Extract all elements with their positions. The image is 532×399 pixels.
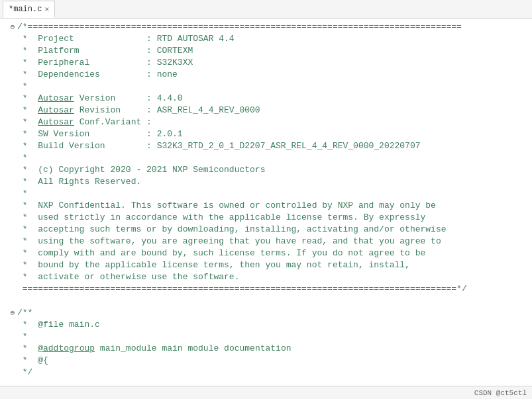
code-line: * accepting such terms or by downloading… (8, 224, 532, 236)
line-text: /*======================================… (17, 21, 462, 33)
code-area: ⊖/*=====================================… (0, 19, 532, 386)
code-line (8, 295, 532, 307)
code-line: * @{ (8, 355, 532, 367)
line-text: * All Rights Reserved. (17, 176, 141, 188)
line-text: * accepting such terms or by downloading… (17, 224, 447, 236)
main-tab[interactable]: *main.c ✕ (3, 1, 55, 18)
code-line: * NXP Confidential. This software is own… (8, 200, 532, 212)
code-line: * Project : RTD AUTOSAR 4.4 (8, 33, 532, 45)
line-text: * Peripheral : S32K3XX (17, 57, 193, 69)
line-text: * (17, 81, 28, 93)
code-line: ⊖/*=====================================… (8, 21, 532, 33)
code-line: * (8, 331, 532, 343)
code-line: * (8, 81, 532, 93)
line-text: * NXP Confidential. This software is own… (17, 200, 436, 212)
line-text: * @file main.c (17, 319, 100, 331)
line-text: */ (17, 367, 32, 378)
code-line: * used strictly in accordance with the a… (8, 212, 532, 224)
line-text: * (17, 152, 28, 164)
line-text: * activate or otherwise use the software… (17, 271, 239, 283)
line-text: * (17, 331, 28, 343)
line-text: /** (17, 307, 32, 319)
code-line: * All Rights Reserved. (8, 176, 532, 188)
line-text: * @{ (17, 355, 48, 367)
code-line: * using the software, you are agreeing t… (8, 236, 532, 247)
code-line: * @file main.c (8, 319, 532, 331)
code-line: ⊖/** (8, 307, 532, 319)
line-text: * used strictly in accordance with the a… (17, 212, 425, 224)
code-line: * (c) Copyright 2020 - 2021 NXP Semicond… (8, 164, 532, 176)
line-text: * using the software, you are agreeing t… (17, 236, 441, 247)
line-text: * Autosar Revision : ASR_REL_4_4_REV_000… (17, 105, 260, 116)
attribution-label: CSDN @ct5ctl (474, 389, 527, 397)
tab-title: *main.c (9, 5, 42, 14)
line-text: * bound by the applicable license terms,… (17, 259, 410, 271)
code-line: * SW Version : 2.0.1 (8, 128, 532, 140)
line-text: * Project : RTD AUTOSAR 4.4 (17, 33, 235, 45)
code-line: * activate or otherwise use the software… (8, 271, 532, 283)
code-line: * Dependencies : none (8, 69, 532, 81)
editor-container: *main.c ✕ ⊖/*===========================… (0, 0, 532, 399)
line-text: * (c) Copyright 2020 - 2021 NXP Semicond… (17, 164, 265, 176)
line-text: * Build Version : S32K3_RTD_2_0_1_D2207_… (17, 140, 421, 152)
code-line: * Peripheral : S32K3XX (8, 57, 532, 69)
line-text: * Autosar Version : 4.4.0 (17, 93, 183, 105)
code-line: */ (8, 367, 532, 378)
fold-gutter[interactable]: ⊖ (8, 307, 17, 319)
line-text: ========================================… (17, 283, 467, 295)
code-line: * Platform : CORTEXM (8, 45, 532, 57)
line-text: * @addtogroup main_module main module do… (17, 343, 292, 355)
code-line: * Autosar Revision : ASR_REL_4_4_REV_000… (8, 105, 532, 116)
line-text: * Platform : CORTEXM (17, 45, 193, 57)
tab-bar: *main.c ✕ (0, 0, 532, 19)
code-line: * (8, 188, 532, 200)
line-text: * SW Version : 2.0.1 (17, 128, 183, 140)
tab-close-button[interactable]: ✕ (44, 5, 49, 13)
code-content[interactable]: ⊖/*=====================================… (0, 19, 532, 386)
code-line: ========================================… (8, 283, 532, 295)
line-text: * Autosar Conf.Variant : (17, 116, 152, 128)
code-line (8, 378, 532, 386)
status-bar: CSDN @ct5ctl (0, 386, 532, 399)
code-line: * (8, 152, 532, 164)
code-line: * Build Version : S32K3_RTD_2_0_1_D2207_… (8, 140, 532, 152)
code-line: * Autosar Conf.Variant : (8, 116, 532, 128)
code-line: * bound by the applicable license terms,… (8, 259, 532, 271)
line-text: * (17, 188, 28, 200)
code-line: * comply with and are bound by, such lic… (8, 247, 532, 259)
code-line: * @addtogroup main_module main module do… (8, 343, 532, 355)
line-text: * comply with and are bound by, such lic… (17, 247, 425, 259)
line-text: * Dependencies : none (17, 69, 178, 81)
fold-gutter[interactable]: ⊖ (8, 21, 17, 33)
code-line: * Autosar Version : 4.4.0 (8, 93, 532, 105)
